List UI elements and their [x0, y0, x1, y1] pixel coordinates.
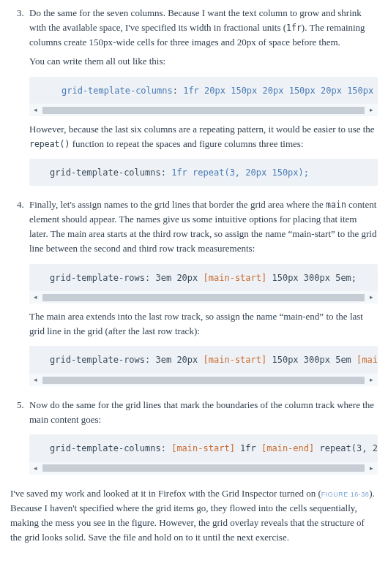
horizontal-scrollbar[interactable]: ◂ ▸ — [29, 103, 378, 116]
code-line: grid-template-rows: 3em 20px [main-start… — [29, 353, 378, 373]
code-block: grid-template-rows: 3em 20px [main-start… — [29, 264, 378, 304]
text: I've saved my work and looked at it in F… — [10, 488, 321, 499]
code-line: grid-template-columns: 1fr repeat(3, 20p… — [29, 166, 378, 186]
horizontal-scrollbar[interactable]: ◂ ▸ — [29, 290, 378, 304]
scroll-left-button[interactable]: ◂ — [29, 374, 42, 386]
code-value: repeat(3, 20px 150px); — [314, 443, 378, 453]
text: Finally, let's assign names to the grid … — [29, 199, 326, 210]
step4-para2: The main area extends into the last row … — [29, 309, 378, 339]
code-gridline-name: [main-start] — [171, 443, 235, 453]
code-line: grid-template-columns: 1fr 20px 150px 20… — [29, 84, 378, 104]
code-property: grid-template-rows — [50, 273, 145, 283]
code-gridline-name: [main-start] — [204, 355, 267, 365]
scroll-right-button[interactable]: ▸ — [365, 374, 378, 386]
scroll-track[interactable] — [42, 464, 365, 472]
scroll-track[interactable] — [42, 294, 365, 301]
code-property: grid-template-columns — [50, 167, 161, 178]
code-line: grid-template-rows: 3em 20px [main-start… — [29, 271, 378, 291]
code-property: grid-template-columns — [50, 443, 161, 453]
scroll-left-button[interactable]: ◂ — [29, 104, 42, 116]
code-block: grid-template-columns: 1fr 20px 150px 20… — [29, 77, 378, 117]
text: function to repeat the spaces and figure… — [70, 138, 303, 149]
scroll-right-button[interactable]: ▸ — [365, 291, 378, 304]
step-5: Now do the same for the grid lines that … — [26, 398, 378, 475]
code-value: 1fr repeat(3, 20px 150px); — [171, 167, 309, 178]
code-property: grid-template-rows — [50, 355, 145, 365]
step5-para1: Now do the same for the grid lines that … — [29, 398, 378, 427]
inline-code: 1fr — [286, 23, 302, 33]
code-value: 1fr 20px 150px 20px 150px 20px 150px — [183, 86, 373, 96]
code-property: grid-template-columns — [61, 86, 173, 96]
step-list: Do the same for the seven columns. Becau… — [10, 6, 378, 475]
horizontal-scrollbar[interactable]: ◂ ▸ — [29, 461, 378, 475]
step3-para1: Do the same for the seven columns. Becau… — [29, 6, 378, 50]
step4-para1: Finally, let's assign names to the grid … — [29, 197, 378, 257]
code-sep: : — [161, 167, 171, 178]
code-block: grid-template-rows: 3em 20px [main-start… — [29, 346, 378, 386]
code-gridline-name: [main-end] — [357, 355, 378, 365]
code-sep: : — [145, 355, 155, 365]
inline-code: main — [326, 200, 346, 210]
scroll-track[interactable] — [42, 107, 365, 114]
code-value: 150px 300px 5em; — [266, 273, 357, 283]
code-gridline-name: [main-start] — [204, 273, 267, 283]
inline-code: repeat() — [29, 139, 70, 149]
scroll-left-button[interactable]: ◂ — [29, 291, 42, 304]
scroll-right-button[interactable]: ▸ — [365, 104, 378, 116]
scroll-right-button[interactable]: ▸ — [365, 462, 378, 475]
code-value: 3em 20px — [156, 355, 204, 365]
code-gridline-name: [main-end] — [261, 443, 314, 453]
code-block: grid-template-columns: [main-start] 1fr … — [29, 434, 378, 475]
horizontal-scrollbar[interactable]: ◂ ▸ — [29, 373, 378, 386]
code-sep: : — [173, 86, 183, 96]
step-3: Do the same for the seven columns. Becau… — [26, 6, 378, 186]
code-value: 1fr — [235, 443, 261, 453]
code-line: grid-template-columns: [main-start] 1fr … — [29, 442, 378, 461]
code-value: 3em 20px — [156, 273, 204, 283]
code-sep: : — [161, 443, 171, 453]
text: However, because the last six columns ar… — [29, 124, 375, 135]
code-block: grid-template-columns: 1fr repeat(3, 20p… — [29, 159, 378, 186]
step3-para3: However, because the last six columns ar… — [29, 122, 378, 151]
step3-para2: You can write them all out like this: — [29, 54, 378, 69]
closing-paragraph: I've saved my work and looked at it in F… — [10, 486, 378, 546]
step-4: Finally, let's assign names to the grid … — [26, 197, 378, 386]
scroll-track[interactable] — [42, 377, 365, 384]
figure-reference[interactable]: FIGURE 16-38 — [321, 491, 370, 498]
code-value: 150px 300px 5em — [266, 355, 357, 365]
scroll-left-button[interactable]: ◂ — [29, 462, 42, 475]
code-sep: : — [145, 273, 155, 283]
